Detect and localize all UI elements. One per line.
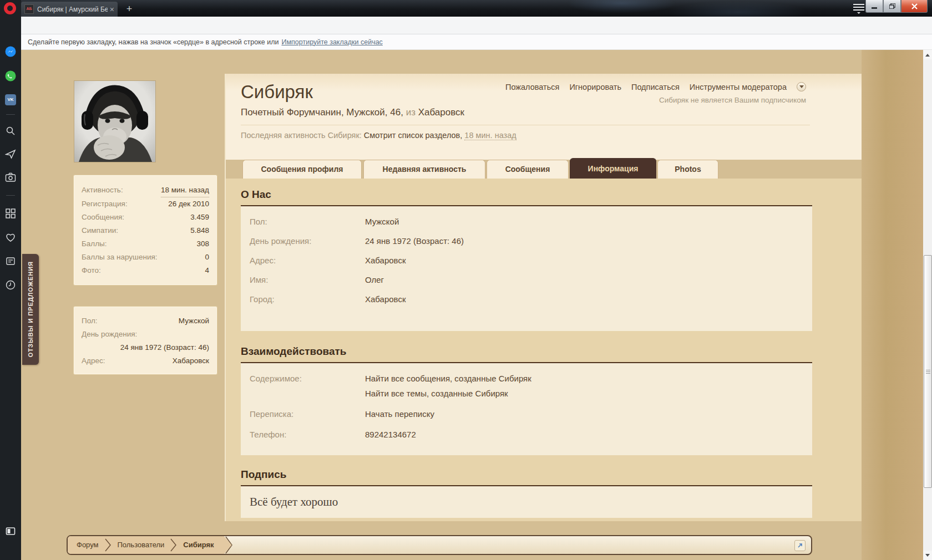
close-button[interactable] bbox=[901, 0, 928, 13]
detail-row: Пол:Мужской bbox=[82, 314, 209, 328]
activity-action: Смотрит список разделов, bbox=[364, 131, 462, 140]
stat-label: Баллы за нарушения: bbox=[82, 251, 158, 264]
browser-tab-bar: АБ Сибиряк | Амурский Бере × + bbox=[0, 0, 932, 17]
info-row: Переписка:Начать переписку bbox=[250, 406, 803, 421]
bookmark-hint-text: Сделайте первую закладку, нажав на значо… bbox=[28, 38, 278, 46]
stat-row: Фото:4 bbox=[82, 264, 209, 277]
stat-label: Активность: bbox=[82, 184, 123, 197]
find-all-posts-link[interactable]: Найти все сообщения, созданные Сибиряк bbox=[365, 371, 531, 386]
breadcrumb-forum[interactable]: Форум bbox=[68, 536, 108, 554]
feedback-side-tab[interactable]: ОТЗЫВЫ И ПРЕДЛОЖЕНИЯ bbox=[22, 254, 39, 365]
ignore-link[interactable]: Игнорировать bbox=[569, 83, 621, 91]
info-label: Имя: bbox=[250, 270, 365, 289]
avatar[interactable] bbox=[74, 80, 156, 162]
tab-recent-activity[interactable]: Недавняя активность bbox=[363, 160, 485, 179]
scroll-up-icon[interactable] bbox=[923, 50, 932, 59]
stat-value[interactable]: 3.459 bbox=[190, 211, 209, 224]
page-edge-shade bbox=[862, 50, 923, 560]
section-title: О Нас bbox=[241, 189, 812, 205]
find-all-threads-link[interactable]: Найти все темы, созданные Сибиряк bbox=[365, 386, 531, 401]
report-link[interactable]: Пожаловаться bbox=[505, 83, 559, 91]
detail-value: Мужской bbox=[179, 314, 209, 328]
search-icon[interactable] bbox=[5, 125, 16, 136]
detail-value-address[interactable]: Хабаровск bbox=[173, 354, 209, 368]
information-tab-content: О Нас Пол:Мужской День рождения:24 янв 1… bbox=[226, 179, 862, 521]
stat-label: Сообщения: bbox=[82, 211, 124, 224]
scroll-down-icon[interactable] bbox=[923, 551, 932, 560]
opera-menu-icon[interactable] bbox=[853, 4, 864, 13]
new-tab-button[interactable]: + bbox=[122, 2, 136, 16]
bookmarks-heart-icon[interactable] bbox=[5, 232, 16, 243]
sidebar-settings-icon[interactable] bbox=[5, 526, 16, 537]
info-value-address-link[interactable]: Хабаровск bbox=[365, 251, 406, 270]
stat-row: Сообщения:3.459 bbox=[82, 211, 209, 224]
page-viewport: ОТЗЫВЫ И ПРЕДЛОЖЕНИЯ Активность:18 мин. … bbox=[21, 50, 923, 560]
interact-section: Взаимодействовать Содержимое: Найти все … bbox=[241, 345, 812, 455]
start-conversation-link[interactable]: Начать переписку bbox=[365, 406, 434, 421]
info-row: День рождения:24 янв 1972 (Возраст: 46) bbox=[250, 231, 803, 251]
opera-logo-icon[interactable] bbox=[4, 2, 16, 14]
activity-time-link[interactable]: 18 мин. назад bbox=[464, 131, 516, 140]
profile-location-link[interactable]: Хабаровск bbox=[418, 107, 464, 118]
close-tab-icon[interactable]: × bbox=[110, 5, 114, 14]
tab-title: Сибиряк | Амурский Бере bbox=[37, 6, 108, 13]
address-bar: amur-bereg.ru/members/sibirjak.213/ 3 bbox=[21, 17, 932, 34]
whatsapp-icon[interactable] bbox=[5, 70, 16, 82]
tab-postings[interactable]: Сообщения bbox=[487, 160, 569, 179]
follow-link[interactable]: Подписаться bbox=[631, 83, 680, 91]
breadcrumb-expand-icon[interactable] bbox=[794, 540, 806, 551]
chevron-down-icon[interactable] bbox=[797, 82, 806, 91]
page-title: Сибиряк bbox=[241, 82, 313, 103]
tab-information[interactable]: Информация bbox=[570, 158, 656, 179]
import-bookmarks-link[interactable]: Импортируйте закладки сейчас bbox=[281, 38, 382, 46]
follower-note: Сибиряк не является Вашим подписчиком bbox=[659, 96, 806, 104]
info-label: Город: bbox=[250, 289, 365, 309]
breadcrumb-members[interactable]: Пользователи bbox=[109, 536, 174, 554]
info-label: Переписка: bbox=[250, 406, 365, 421]
info-label: Пол: bbox=[250, 212, 365, 231]
tab-photos[interactable]: Photos bbox=[657, 160, 718, 179]
stat-row: Баллы:308 bbox=[82, 237, 209, 251]
stat-value: 0 bbox=[205, 251, 209, 264]
detail-row: Адрес:Хабаровск bbox=[82, 354, 209, 368]
messenger-icon[interactable] bbox=[5, 46, 16, 57]
stats-box: Активность:18 мин. назад Регистрация:26 … bbox=[73, 175, 217, 286]
info-row: Город:Хабаровск bbox=[250, 289, 803, 309]
detail-label: Адрес: bbox=[82, 354, 105, 368]
about-section: О Нас Пол:Мужской День рождения:24 янв 1… bbox=[241, 189, 812, 331]
info-label: Адрес: bbox=[250, 251, 365, 270]
vertical-scrollbar[interactable] bbox=[923, 50, 932, 560]
minimize-button[interactable] bbox=[865, 0, 883, 13]
info-row: Имя:Олег bbox=[250, 270, 803, 289]
profile-from-text: из bbox=[406, 107, 416, 118]
scrollbar-thumb[interactable] bbox=[924, 255, 932, 488]
stat-value[interactable]: 4 bbox=[205, 264, 209, 277]
sidebar-divider bbox=[6, 195, 15, 196]
info-label: Содержимое: bbox=[250, 371, 365, 386]
info-value: Хабаровск bbox=[365, 289, 406, 309]
start-page-grid-icon[interactable] bbox=[5, 208, 16, 219]
signature-section: Подпись Всё будет хорошо bbox=[241, 469, 812, 518]
history-clock-icon[interactable] bbox=[5, 279, 16, 291]
info-value: 24 янв 1972 (Возраст: 46) bbox=[365, 231, 464, 251]
restore-icon bbox=[889, 3, 895, 9]
minimize-icon bbox=[872, 4, 877, 9]
my-flow-icon[interactable] bbox=[5, 149, 16, 160]
signature-text: Всё будет хорошо bbox=[241, 486, 812, 518]
section-title: Подпись bbox=[241, 469, 812, 485]
moderator-tools-link[interactable]: Инструменты модератора bbox=[690, 83, 787, 91]
browser-tab[interactable]: АБ Сибиряк | Амурский Бере × bbox=[21, 2, 118, 17]
restore-button[interactable] bbox=[883, 0, 901, 13]
stat-row: Активность:18 мин. назад bbox=[82, 184, 209, 197]
tab-profile-posts[interactable]: Сообщения профиля bbox=[242, 160, 362, 179]
stat-value-activity[interactable]: 18 мин. назад bbox=[161, 184, 209, 197]
window-controls bbox=[865, 0, 928, 13]
snapshot-camera-icon[interactable] bbox=[5, 172, 16, 183]
stat-value[interactable]: 5.848 bbox=[190, 224, 209, 237]
detail-label: День рождения: bbox=[82, 328, 137, 341]
vk-icon[interactable]: VK bbox=[5, 94, 16, 105]
stat-value: 26 дек 2010 bbox=[168, 197, 209, 211]
personal-news-icon[interactable] bbox=[5, 256, 16, 267]
profile-header: Сибиряк Почетный Форумчанин, Мужской, 46… bbox=[226, 74, 862, 160]
info-label: День рождения: bbox=[250, 231, 365, 251]
